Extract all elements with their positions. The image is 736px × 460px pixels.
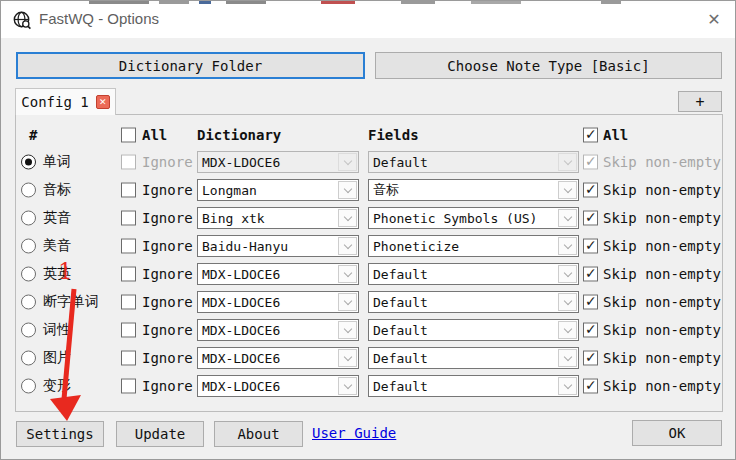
table-row: 图片 Ignore MDX-LDOCE6 Default Skip non-em…: [1, 344, 736, 372]
ignore-checkbox[interactable]: [121, 183, 136, 198]
screen-edge-artifact: [1, 1, 736, 4]
table-row: 英音 Ignore Bing xtk Phonetic Symbols (US)…: [1, 204, 736, 232]
skip-checkbox[interactable]: [583, 295, 598, 310]
fields-combobox[interactable]: Default: [368, 375, 579, 397]
skip-checkbox[interactable]: [583, 323, 598, 338]
ignore-checkbox[interactable]: [121, 211, 136, 226]
fields-value: Default: [369, 155, 557, 170]
ignore-label: Ignore: [142, 210, 193, 226]
row-radio[interactable]: [21, 323, 36, 338]
user-guide-link[interactable]: User Guide: [312, 425, 396, 441]
row-radio[interactable]: [21, 351, 36, 366]
skip-label: Skip non-empty: [603, 378, 721, 394]
fields-combobox[interactable]: Default: [368, 291, 579, 313]
ignore-label: Ignore: [142, 238, 193, 254]
ok-button[interactable]: OK: [632, 420, 722, 446]
fields-combobox[interactable]: Default: [368, 151, 579, 173]
tab-label: Config 1: [21, 94, 88, 110]
ignore-label: Ignore: [142, 154, 193, 170]
fields-combobox[interactable]: 音标: [368, 179, 579, 201]
ignore-checkbox[interactable]: [121, 295, 136, 310]
row-radio[interactable]: [21, 267, 36, 282]
choose-note-type-button[interactable]: Choose Note Type [Basic]: [375, 52, 722, 79]
table-row: 音标 Ignore Longman 音标 Skip non-empty: [1, 176, 736, 204]
skip-label: Skip non-empty: [603, 322, 721, 338]
window-title: FastWQ - Options: [39, 10, 159, 27]
fields-combobox[interactable]: Default: [368, 263, 579, 285]
row-radio[interactable]: [21, 155, 36, 170]
fields-combobox[interactable]: Phoneticize: [368, 235, 579, 257]
skip-label: Skip non-empty: [603, 350, 721, 366]
dictionary-folder-button[interactable]: Dictionary Folder: [16, 52, 365, 79]
row-label: 音标: [43, 181, 71, 199]
skip-label: Skip non-empty: [603, 182, 721, 198]
ignore-label: Ignore: [142, 350, 193, 366]
dictionary-combobox[interactable]: MDX-LDOCE6: [197, 291, 359, 313]
ignore-checkbox[interactable]: [121, 351, 136, 366]
chevron-down-icon: [558, 209, 577, 227]
update-button[interactable]: Update: [116, 421, 204, 447]
skip-checkbox[interactable]: [583, 155, 598, 170]
ignore-label: Ignore: [142, 322, 193, 338]
dictionary-combobox[interactable]: Longman: [197, 179, 359, 201]
dictionary-combobox[interactable]: MDX-LDOCE6: [197, 151, 359, 173]
fields-combobox[interactable]: Phonetic Symbols (US): [368, 207, 579, 229]
ignore-label: Ignore: [142, 294, 193, 310]
ignore-checkbox[interactable]: [121, 379, 136, 394]
tab-config-1[interactable]: Config 1 ✕: [15, 88, 116, 115]
table-row: 变形 Ignore MDX-LDOCE6 Default Skip non-em…: [1, 372, 736, 400]
fields-value: Phonetic Symbols (US): [369, 211, 557, 226]
row-radio[interactable]: [21, 295, 36, 310]
skip-label: Skip non-empty: [603, 294, 721, 310]
row-radio[interactable]: [21, 379, 36, 394]
skip-checkbox[interactable]: [583, 351, 598, 366]
ignore-checkbox[interactable]: [121, 239, 136, 254]
table-row: 单词 Ignore MDX-LDOCE6 Default Skip non-em…: [1, 148, 736, 176]
all-skip-checkbox[interactable]: [583, 128, 598, 143]
table-row: 断字单词 Ignore MDX-LDOCE6 Default Skip non-…: [1, 288, 736, 316]
chevron-down-icon: [338, 181, 357, 199]
table-header: # All Dictionary Fields All: [1, 122, 736, 148]
fields-combobox[interactable]: Default: [368, 319, 579, 341]
skip-label: Skip non-empty: [603, 210, 721, 226]
dictionary-value: MDX-LDOCE6: [198, 379, 337, 394]
dictionary-combobox[interactable]: Bing xtk: [197, 207, 359, 229]
row-label: 变形: [43, 377, 71, 395]
fields-value: 音标: [369, 181, 557, 199]
fields-value: Default: [369, 379, 557, 394]
row-label: 图片: [43, 349, 71, 367]
dictionary-value: Baidu-Hanyu: [198, 239, 337, 254]
row-radio[interactable]: [21, 211, 36, 226]
ignore-checkbox[interactable]: [121, 155, 136, 170]
skip-checkbox[interactable]: [583, 379, 598, 394]
row-label: 英音: [43, 209, 71, 227]
tab-close-icon[interactable]: ✕: [96, 95, 110, 109]
table-row: 词性 Ignore MDX-LDOCE6 Default Skip non-em…: [1, 316, 736, 344]
all-ignore-checkbox[interactable]: [121, 128, 136, 143]
dictionary-combobox[interactable]: MDX-LDOCE6: [197, 347, 359, 369]
dictionary-combobox[interactable]: MDX-LDOCE6: [197, 263, 359, 285]
row-radio[interactable]: [21, 183, 36, 198]
dictionary-value: Longman: [198, 183, 337, 198]
header-all-left: All: [142, 127, 167, 143]
close-window-button[interactable]: ✕: [699, 5, 729, 33]
annotation-step-number: 1: [58, 258, 73, 284]
ignore-checkbox[interactable]: [121, 267, 136, 282]
settings-button[interactable]: Settings: [16, 421, 104, 447]
skip-checkbox[interactable]: [583, 183, 598, 198]
chevron-down-icon: [338, 153, 357, 171]
row-label: 词性: [43, 321, 71, 339]
row-radio[interactable]: [21, 239, 36, 254]
ignore-checkbox[interactable]: [121, 323, 136, 338]
skip-checkbox[interactable]: [583, 211, 598, 226]
dictionary-combobox[interactable]: MDX-LDOCE6: [197, 319, 359, 341]
add-tab-button[interactable]: +: [678, 91, 722, 112]
dictionary-combobox[interactable]: Baidu-Hanyu: [197, 235, 359, 257]
about-button[interactable]: About: [214, 421, 303, 447]
skip-checkbox[interactable]: [583, 267, 598, 282]
chevron-down-icon: [558, 153, 577, 171]
chevron-down-icon: [338, 237, 357, 255]
fields-combobox[interactable]: Default: [368, 347, 579, 369]
skip-checkbox[interactable]: [583, 239, 598, 254]
dictionary-combobox[interactable]: MDX-LDOCE6: [197, 375, 359, 397]
